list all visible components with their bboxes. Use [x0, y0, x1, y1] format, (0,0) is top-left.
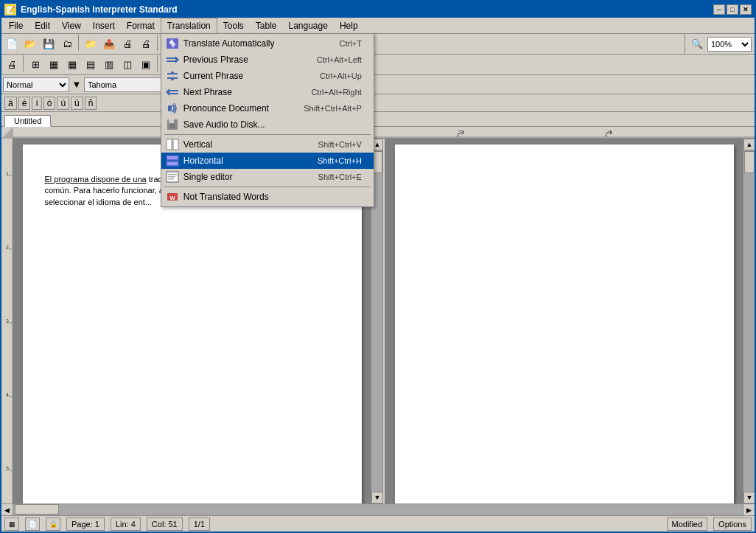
right-scroll-down-btn[interactable]: ▼ [743, 492, 755, 504]
table-insert-button[interactable]: ⊞ [27, 55, 44, 73]
menu-translation[interactable]: Translation [161, 18, 217, 34]
menu-previous-phrase[interactable]: Previous Phrase Ctrl+Alt+Left [161, 52, 374, 68]
menu-format[interactable]: Format [121, 18, 161, 34]
table6-button[interactable]: ▣ [137, 55, 155, 73]
char-n-tilde[interactable]: ñ [85, 97, 97, 110]
menu-save-audio[interactable]: Save Audio to Disk... [161, 116, 374, 133]
open-file-button[interactable]: 📁 [82, 35, 99, 52]
export-button[interactable]: 📤 [100, 35, 118, 52]
svg-rect-21 [167, 161, 178, 166]
right-doc-pane[interactable] [385, 139, 743, 504]
font-select[interactable]: Tahoma [84, 77, 172, 92]
close-button[interactable]: ✕ [740, 4, 752, 15]
minimize-button[interactable]: ─ [713, 4, 725, 15]
svg-marker-28 [1, 127, 13, 139]
document-tab[interactable]: Untitled [4, 115, 51, 127]
svg-text:3: 3 [458, 129, 465, 136]
document-page-right [395, 144, 734, 504]
svg-text:4: 4 [6, 392, 9, 397]
menu-edit[interactable]: Edit [29, 18, 56, 34]
status-options[interactable]: Options [713, 518, 752, 531]
char-o-acute[interactable]: ó [43, 97, 56, 110]
sep5 [157, 55, 158, 72]
right-scrollbar[interactable]: ▲ ▼ [743, 139, 755, 504]
status-modified: Modified [667, 518, 708, 531]
hscroll-right-btn[interactable]: ▶ [743, 504, 755, 515]
char-a-acute[interactable]: á [4, 97, 17, 110]
new-button[interactable]: 📄 [3, 35, 21, 52]
table2-button[interactable]: ▦ [63, 55, 81, 73]
style-font-toolbar: Normal ▼ Tahoma 12 B I U [1, 75, 755, 94]
svg-text:1: 1 [6, 171, 9, 176]
svg-marker-9 [169, 77, 175, 81]
translate-icon [164, 36, 181, 51]
right-scroll-thumb[interactable] [744, 151, 755, 173]
hscroll-left-btn[interactable]: ◀ [1, 504, 13, 515]
save-as-button[interactable]: 🗂 [58, 35, 76, 52]
right-scroll-up-btn[interactable]: ▲ [743, 139, 755, 150]
print-button[interactable]: 🖨 [137, 35, 155, 52]
menu-translate-auto[interactable]: Translate Automatically Ctrl+T [161, 35, 374, 52]
save-button[interactable]: 💾 [40, 35, 57, 52]
menu-pronounce-doc[interactable]: Pronounce Document Shift+Ctrl+Alt+P [161, 100, 374, 116]
svg-text:3: 3 [6, 318, 9, 324]
status-col: Col: 51 [147, 518, 183, 531]
style-dropdown-btn[interactable]: ▼ [71, 76, 83, 94]
svg-rect-4 [167, 60, 175, 62]
save-audio-icon [164, 117, 181, 132]
char-e-acute[interactable]: é [18, 97, 31, 110]
svg-text:4: 4 [606, 129, 613, 136]
toolbar-row2: 🖨 ⊞ ▦ ▦ ▤ ▥ ◫ ▣ ¶ ≡ ≡ ≡ ⇥ ⇤ ⇥ ⇤ ▦ □ [1, 55, 755, 75]
menu-language[interactable]: Language [282, 18, 333, 34]
print-preview-button[interactable]: 🖨 [119, 35, 136, 52]
svg-rect-23 [168, 174, 177, 175]
right-scroll-track [743, 150, 755, 492]
curr-phrase-icon [164, 69, 181, 83]
sep4 [23, 55, 24, 72]
status-bar: ▦ 📄 🔒 Page: 1 Lin: 4 Col: 51 1/1 Modifie… [1, 515, 755, 532]
horizontal-ruler: 1 2 3 4 [13, 127, 755, 138]
hscroll-thumb[interactable] [15, 504, 59, 515]
single-editor-icon [164, 170, 181, 184]
table5-button[interactable]: ◫ [119, 55, 136, 73]
menu-tools[interactable]: Tools [217, 18, 250, 34]
document-tab-title: Untitled [14, 116, 41, 125]
status-page: Page: 1 [66, 518, 105, 531]
maximize-button[interactable]: □ [727, 4, 738, 15]
special-chars-toolbar: á é í ó ú ü ñ [1, 94, 755, 112]
menu-translation-container: Translation Translate Automatically Ctrl… [161, 18, 217, 34]
prev-phrase-icon [164, 52, 181, 67]
menu-horizontal[interactable]: Horizontal Shift+Ctrl+H [161, 153, 374, 169]
app-icon: 📝 [4, 4, 16, 15]
format-toolbar: 🖨 ⊞ ▦ ▦ ▤ ▥ ◫ ▣ ¶ ≡ ≡ ≡ ⇥ ⇤ ⇥ ⇤ ▦ □ [1, 55, 755, 74]
menu-insert[interactable]: Insert [87, 18, 121, 34]
menu-view[interactable]: View [56, 18, 87, 34]
char-u-uml[interactable]: ü [71, 97, 83, 110]
table4-button[interactable]: ▥ [100, 55, 118, 73]
style-select[interactable]: Normal [3, 77, 69, 92]
menu-not-translated[interactable]: W Not Translated Words [161, 189, 374, 205]
status-icon1: ▦ [4, 518, 19, 531]
menu-file[interactable]: File [3, 18, 29, 34]
zoom-select[interactable]: 100% 75% 50% 125% 150% [707, 37, 752, 52]
separator-2 [164, 187, 371, 187]
menu-next-phrase[interactable]: Next Phrase Ctrl+Alt+Right [161, 84, 374, 100]
menu-current-phrase[interactable]: Current Phrase Ctrl+Alt+Up [161, 68, 374, 84]
menu-vertical[interactable]: Vertical Shift+Ctrl+V [161, 136, 374, 153]
svg-point-17 [171, 125, 173, 127]
menu-table[interactable]: Table [250, 18, 283, 34]
char-i-acute[interactable]: í [32, 97, 41, 110]
menu-help[interactable]: Help [334, 18, 364, 34]
open-button[interactable]: 📂 [21, 35, 39, 52]
svg-marker-5 [175, 56, 179, 63]
print3-button[interactable]: 🖨 [3, 55, 21, 73]
char-u-acute[interactable]: ú [57, 97, 69, 110]
sep1 [78, 35, 80, 51]
table-button[interactable]: ▦ [45, 55, 63, 73]
scroll-down-btn[interactable]: ▼ [371, 492, 383, 504]
pronounce-icon [164, 101, 181, 116]
menu-bar: File Edit View Insert Format Translation [1, 18, 755, 34]
svg-rect-11 [169, 93, 178, 94]
menu-single-editor[interactable]: Single editor Shift+Ctrl+E [161, 169, 374, 185]
table3-button[interactable]: ▤ [82, 55, 99, 73]
